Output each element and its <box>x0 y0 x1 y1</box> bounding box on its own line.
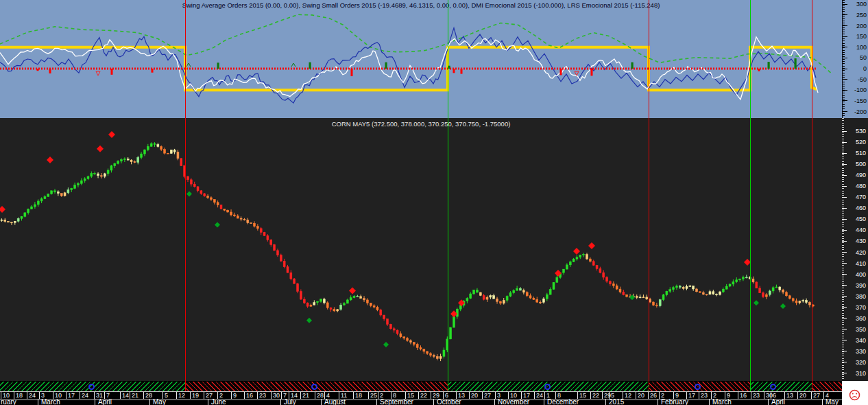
candle-body <box>729 284 731 286</box>
candle-body <box>274 244 276 250</box>
y-axis-label: 310 <box>845 370 866 377</box>
candle-body <box>556 277 558 282</box>
day-tick <box>495 392 496 399</box>
candle-body <box>589 259 591 262</box>
candle-body <box>293 279 296 284</box>
candle-body <box>337 310 339 311</box>
candle-body <box>303 299 305 303</box>
candle-body <box>759 288 761 293</box>
candle-body <box>110 166 112 170</box>
month-axis-row: ruaryMarchAprilMayJuneJulyAugustSeptembe… <box>0 400 842 405</box>
candle-body <box>127 159 129 160</box>
price-panel[interactable]: CORN MAY5 (372.500, 378.000, 370.250, 37… <box>0 118 842 381</box>
day-tick <box>176 392 177 399</box>
candle-body <box>496 299 498 301</box>
candle-body <box>97 174 99 176</box>
day-label: 14 <box>122 392 129 399</box>
day-tick <box>648 392 649 399</box>
candle-body <box>765 294 767 297</box>
y-axis-label: -200 <box>846 108 867 115</box>
candle-body <box>177 152 179 158</box>
candle-body <box>313 303 315 305</box>
day-tick <box>281 392 282 399</box>
candle-body <box>509 293 511 297</box>
y-axis-label: 470 <box>845 194 866 200</box>
time-axis[interactable]: 1018243101724317142128512192729162330714… <box>0 381 842 405</box>
candle-body <box>4 220 6 221</box>
candle-body <box>436 356 438 358</box>
day-tick <box>231 392 232 399</box>
y-axis-label: 390 <box>845 282 866 289</box>
buy-event-line <box>750 0 751 391</box>
month-label: ruary <box>1 399 16 405</box>
month-tick <box>95 399 95 405</box>
month-tick <box>280 399 281 405</box>
candle-body <box>536 299 538 302</box>
y-axis-label: 0 <box>846 65 867 72</box>
month-label: April <box>98 399 112 405</box>
candle-body <box>254 223 256 226</box>
candle-body <box>409 340 411 343</box>
candle-body <box>240 218 242 219</box>
candle-body <box>503 301 505 303</box>
candle-body <box>230 212 232 215</box>
candle-body <box>400 334 402 337</box>
candle-body <box>87 176 89 178</box>
candle-body <box>626 294 628 297</box>
price-y-axis[interactable]: 5305205105004904804704604504404304204104… <box>842 118 868 381</box>
candle-body <box>67 189 69 192</box>
green-diamond-marker <box>383 342 389 347</box>
candle-body <box>639 297 641 298</box>
day-tick <box>699 392 699 399</box>
candle-body <box>267 235 269 240</box>
order-tick-down <box>37 69 39 71</box>
month-label: July <box>284 399 296 405</box>
candle-body <box>675 286 677 288</box>
order-bar-up <box>631 62 634 69</box>
day-tick <box>764 392 764 399</box>
candle-body <box>393 329 395 330</box>
price-axis-minor-ticks <box>842 118 844 381</box>
day-tick <box>190 392 191 399</box>
candle-body <box>107 170 109 174</box>
y-axis-label: 300 <box>846 1 867 8</box>
green-diamond-marker <box>306 318 312 323</box>
candle-body <box>772 288 774 291</box>
month-label: May <box>153 399 166 405</box>
indicator-panel[interactable]: Swing Average Orders 2015 (0.00, 0.00), … <box>0 0 842 118</box>
candle-body <box>1 220 3 220</box>
candle-body <box>506 297 508 301</box>
candle-body <box>197 187 199 191</box>
candle-body <box>423 349 425 351</box>
day-tick <box>823 392 824 399</box>
day-label: 22 <box>420 392 427 399</box>
candle-body <box>779 287 781 290</box>
y-axis-label: 430 <box>845 238 866 244</box>
indicator-plot <box>0 0 842 118</box>
day-label: 21 <box>302 392 309 399</box>
red-diamond-marker <box>0 206 5 213</box>
candle-body <box>147 146 149 150</box>
day-tick <box>602 392 603 399</box>
candle-body <box>736 280 738 282</box>
day-label: 27 <box>484 392 491 399</box>
candle-body <box>416 345 418 348</box>
order-tick-down <box>758 69 760 71</box>
candle-body <box>572 259 575 262</box>
day-label: 21 <box>132 392 138 399</box>
day-label: 15 <box>579 392 586 399</box>
sad-face-icon[interactable] <box>849 389 860 401</box>
candle-body <box>786 292 788 296</box>
indicator-y-axis[interactable]: 300250200150100500-50-100-150-200 <box>842 0 868 118</box>
order-tick-down <box>453 69 455 73</box>
candle-body <box>287 267 289 273</box>
candle-body <box>306 303 309 306</box>
month-label: October <box>437 399 461 405</box>
y-axis-label: 350 <box>845 326 866 333</box>
candle-body <box>57 192 59 193</box>
day-tick <box>811 392 812 399</box>
candle-body <box>227 210 229 212</box>
y-axis-label: 250 <box>846 12 867 19</box>
candle-body <box>27 209 29 213</box>
candle-body <box>104 174 106 176</box>
